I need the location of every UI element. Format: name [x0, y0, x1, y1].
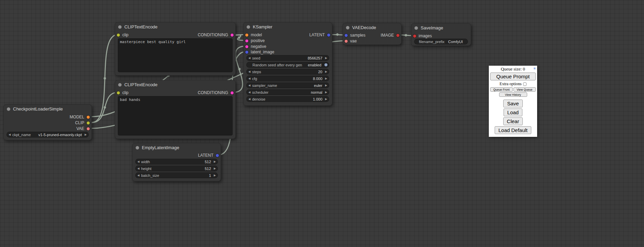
save-button[interactable]: Save [503, 100, 522, 107]
filename-prefix-widget[interactable]: filename_prefix ComfyUI [414, 39, 468, 44]
sampler-name-widget[interactable]: ◀ sampler_name euler ▶ [247, 83, 329, 88]
node-title: SaveImage [421, 25, 443, 30]
settings-icon[interactable]: ✳ [533, 67, 536, 70]
node-titlebar[interactable]: SaveImage [411, 24, 471, 32]
prompt-textarea[interactable]: bad hands [118, 96, 233, 135]
width-widget[interactable]: ◀ width 512 ▶ [136, 159, 218, 164]
ckpt-name-widget[interactable]: ◀ ckpt_name v1-5-pruned-emaonly.ckpt ▶ [7, 132, 88, 137]
queue-size-row: Queue size: 0 ✳ [490, 66, 536, 72]
conditioning-slot-dot[interactable] [245, 45, 248, 48]
model-slot-dot[interactable] [87, 116, 90, 119]
node-titlebar[interactable]: CLIPTextEncode [115, 23, 235, 31]
latent-slot-dot[interactable] [327, 34, 330, 37]
arrow-right-icon[interactable]: ▶ [323, 91, 329, 94]
arrow-left-icon[interactable]: ◀ [247, 70, 252, 73]
arrow-right-icon[interactable]: ▶ [212, 160, 218, 163]
load-button[interactable]: Load [504, 108, 522, 116]
denoise-widget[interactable]: ◀ denoise 1.000 ▶ [247, 96, 329, 102]
arrow-right-icon[interactable]: ▶ [212, 174, 218, 177]
cfg-widget[interactable]: ◀ cfg 8.000 ▶ [247, 76, 329, 81]
vae-slot-dot[interactable] [87, 127, 90, 130]
steps-widget[interactable]: ◀ steps 20 ▶ [247, 69, 329, 74]
extra-options-label: Extra options [499, 81, 521, 87]
node-clip-text-encode-positive[interactable]: CLIPTextEncode clip CONDITIONING masterp… [115, 22, 236, 76]
conditioning-slot-dot[interactable] [231, 34, 234, 37]
arrow-right-icon[interactable]: ▶ [323, 70, 329, 73]
arrow-left-icon[interactable]: ◀ [247, 77, 252, 80]
view-queue-button[interactable]: View Queue [513, 87, 536, 92]
input-slot-latent-image: latent_image [245, 49, 274, 55]
node-collapse-icon[interactable] [346, 26, 349, 29]
clip-slot-dot[interactable] [117, 91, 120, 94]
conditioning-slot-dot[interactable] [245, 39, 248, 42]
clip-slot-dot[interactable] [87, 121, 90, 125]
arrow-left-icon[interactable]: ◀ [136, 167, 141, 170]
node-collapse-icon[interactable] [247, 25, 250, 29]
view-history-button[interactable]: View History [499, 92, 527, 97]
node-titlebar[interactable]: CLIPTextEncode [115, 80, 235, 89]
height-widget[interactable]: ◀ height 512 ▶ [136, 166, 218, 171]
queue-prompt-button[interactable]: Queue Prompt [490, 73, 536, 80]
arrow-right-icon[interactable]: ▶ [323, 98, 329, 101]
output-slot-clip: CLIP [75, 120, 90, 126]
image-slot-dot[interactable] [413, 35, 416, 38]
model-slot-dot[interactable] [245, 34, 248, 37]
node-collapse-icon[interactable] [136, 146, 139, 150]
node-titlebar[interactable]: VAEDecode [343, 23, 401, 32]
node-titlebar[interactable]: KSampler [244, 23, 332, 31]
arrow-left-icon[interactable]: ◀ [247, 91, 252, 94]
queue-front-button[interactable]: Queue Front [490, 87, 513, 92]
node-collapse-icon[interactable] [118, 25, 122, 29]
arrow-left-icon[interactable]: ◀ [136, 174, 141, 177]
node-clip-text-encode-negative[interactable]: CLIPTextEncode clip CONDITIONING bad han… [115, 80, 236, 139]
random-seed-toggle-widget[interactable]: Random seed after every gen enabled [247, 62, 329, 67]
node-title: EmptyLatentImage [142, 145, 179, 150]
node-ksampler[interactable]: KSampler model positive negative latent_… [243, 22, 332, 106]
node-checkpoint-loader-simple[interactable]: CheckpointLoaderSimple MODEL CLIP VAE ◀ … [3, 104, 92, 140]
load-default-button[interactable]: Load Default [495, 126, 531, 134]
node-title: CLIPTextEncode [124, 82, 158, 87]
prompt-textarea[interactable]: masterpiece best quality girl [118, 38, 233, 72]
conditioning-slot-dot[interactable] [231, 91, 234, 94]
node-collapse-icon[interactable] [414, 26, 418, 30]
arrow-left-icon[interactable]: ◀ [247, 84, 252, 87]
input-slot-vae: vae [345, 38, 357, 44]
latent-slot-dot[interactable] [345, 34, 348, 37]
node-titlebar[interactable]: EmptyLatentImage [133, 143, 221, 152]
node-titlebar[interactable]: CheckpointLoaderSimple [4, 105, 91, 113]
node-vae-decode[interactable]: VAEDecode samples vae IMAGE [343, 23, 401, 45]
arrow-right-icon[interactable]: ▶ [323, 56, 329, 60]
clip-slot-dot[interactable] [117, 34, 120, 37]
toggle-on-icon[interactable] [324, 63, 327, 66]
scheduler-widget[interactable]: ◀ scheduler normal ▶ [247, 90, 329, 95]
node-collapse-icon[interactable] [7, 107, 10, 111]
input-slot-clip: clip [117, 32, 128, 38]
seed-widget[interactable]: ◀ seed 8566257 ▶ [247, 55, 329, 61]
latent-slot-dot[interactable] [216, 154, 219, 157]
arrow-right-icon[interactable]: ▶ [323, 77, 329, 80]
input-slot-model: model [245, 32, 262, 38]
node-title: KSampler [253, 24, 272, 29]
extra-options-checkbox[interactable] [523, 82, 527, 86]
queue-size-label: Queue size: 0 [501, 66, 525, 72]
arrow-left-icon[interactable]: ◀ [136, 160, 141, 163]
arrow-left-icon[interactable]: ◀ [247, 98, 252, 101]
arrow-left-icon[interactable]: ◀ [7, 133, 12, 136]
node-save-image[interactable]: SaveImage images filename_prefix ComfyUI [411, 23, 471, 46]
vae-slot-dot[interactable] [345, 40, 348, 43]
arrow-right-icon[interactable]: ▶ [212, 167, 218, 170]
latent-slot-dot[interactable] [245, 51, 248, 54]
input-slot-images: images [413, 33, 432, 39]
arrow-right-icon[interactable]: ▶ [323, 84, 329, 87]
arrow-right-icon[interactable]: ▶ [83, 133, 88, 136]
node-collapse-icon[interactable] [118, 83, 122, 87]
workflow-canvas[interactable]: CheckpointLoaderSimple MODEL CLIP VAE ◀ … [0, 0, 644, 247]
image-slot-dot[interactable] [396, 34, 399, 37]
batch-size-widget[interactable]: ◀ batch_size 1 ▶ [136, 173, 218, 178]
output-slot-conditioning: CONDITIONING [198, 32, 234, 38]
clear-button[interactable]: Clear [503, 117, 523, 125]
arrow-left-icon[interactable]: ◀ [247, 56, 252, 60]
output-slot-vae: VAE [76, 126, 90, 131]
node-empty-latent-image[interactable]: EmptyLatentImage LATENT ◀ width 512 ▶ ◀ … [132, 143, 221, 181]
output-slot-conditioning: CONDITIONING [198, 90, 234, 95]
